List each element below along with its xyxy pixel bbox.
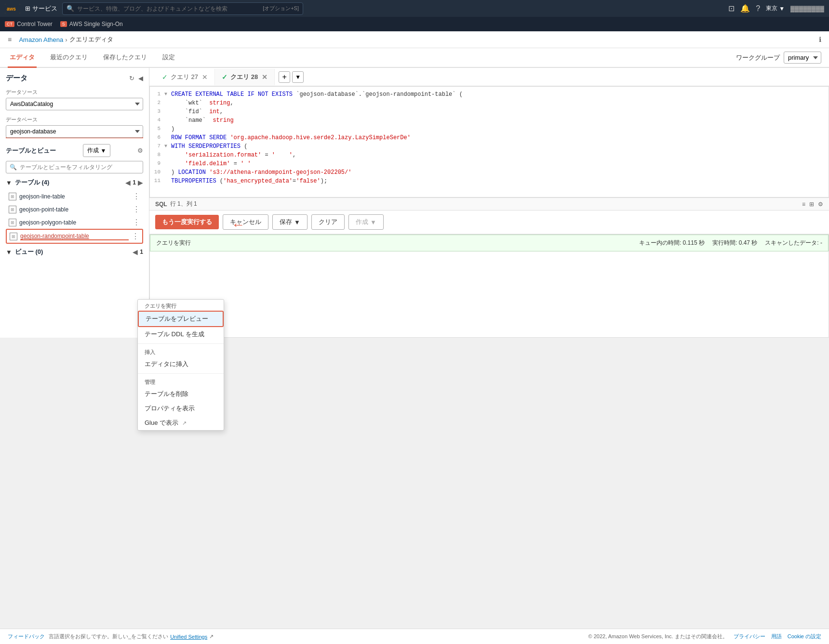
tab-chevron-button[interactable]: ▼ [292,71,304,83]
help-icon[interactable]: ? [756,4,760,13]
run-again-button[interactable]: もう一度実行する [155,215,219,229]
search-input[interactable] [77,5,260,12]
table-name: geojson-polygon-table [19,219,130,226]
database-select[interactable]: geojson-database [6,125,143,138]
table-icon: ⊞ [9,219,16,226]
tables-section-label: テーブル (4) [15,178,50,187]
bell-icon[interactable]: 🔔 [740,4,750,13]
table-menu-icon[interactable]: ⋮ [132,232,139,241]
settings-icon[interactable]: ⚙ [137,147,143,154]
query-tab-28[interactable]: ✓ クエリ 28 ✕ [215,69,275,85]
create-button[interactable]: 作成 ▼ [348,214,384,230]
code-line: 5 ) [150,125,829,134]
ctx-delete-table[interactable]: テーブルを削除 [138,387,224,401]
info-icon[interactable]: ℹ [819,36,821,43]
code-line: 7 ▼ WITH SERDEPROPERTIES ( [150,143,829,151]
table-row[interactable]: ⊞ geojson-line-table ⋮ [6,190,143,203]
cookies-link[interactable]: Cookie の設定 [788,633,821,640]
save-button[interactable]: 保存 ▼ [272,214,308,230]
aws-logo[interactable]: aws [5,4,20,13]
next-page-button[interactable]: ▶ [138,179,143,186]
ctx-insert-to-editor[interactable]: エディタに挿入 [138,357,224,371]
table-menu-icon[interactable]: ⋮ [133,192,140,201]
table-row[interactable]: ⊞ geojson-point-table ⋮ [6,203,143,216]
sql-status-bar: SQL 行 1、列 1 ≡ ⊞ ⚙ [149,197,829,210]
editor-status-icons: ≡ ⊞ ⚙ [802,201,823,208]
tables-pagination: ◀ 1 ▶ [125,179,143,186]
add-query-tab-button[interactable]: + [279,71,290,83]
main-tabs-bar: エディタ 最近のクエリ 保存したクエリ 設定 ワークグループ primary [0,48,829,68]
tab-28-close-icon[interactable]: ✕ [262,73,267,81]
format-icon[interactable]: ≡ [802,201,805,208]
table-icon: ⊞ [9,193,16,200]
services-menu[interactable]: ⊞ サービス [25,4,57,13]
tab-editor-label: エディタ [10,53,35,61]
breadcrumb-home[interactable]: Amazon Athena [19,36,63,43]
unified-settings-link[interactable]: Unified Settings [170,634,207,640]
ctx-show-glue[interactable]: Glue で表示 ↗ [138,416,224,430]
control-tower-icon: CT [5,21,14,27]
arrow-indicator: ← [231,217,245,233]
tab-settings-label: 設定 [162,53,175,61]
datasource-select[interactable]: AwsDataCatalog [6,98,143,110]
tab-27-close-icon[interactable]: ✕ [202,73,208,81]
tab-check-icon-28: ✓ [222,73,227,81]
glue-label: Glue で表示 [145,419,178,426]
tables-views-header: テーブルとビュー 作成 ▼ ⚙ [6,144,143,157]
tab-settings[interactable]: 設定 [160,48,177,68]
feedback-link[interactable]: フィードバック [8,633,45,640]
datasource-label: データソース [6,89,143,96]
tab-recent-queries[interactable]: 最近のクエリ [48,48,90,68]
control-tower-nav[interactable]: CT Control Tower [5,21,53,27]
queue-time: キュー内の時間: 0.115 秒 [639,239,705,247]
tables-toggle-icon[interactable]: ▼ [6,179,12,186]
table-menu-icon[interactable]: ⋮ [133,205,140,214]
create-table-button[interactable]: 作成 ▼ [83,144,111,157]
table-menu-icon[interactable]: ⋮ [133,218,140,227]
user-account[interactable]: ▓▓▓▓▓▓▓▓ [790,5,824,12]
prev-page-button[interactable]: ◀ [125,179,131,186]
table-row-highlighted[interactable]: ⊞ geojson-randompoint-table ⋮ [6,229,143,244]
refresh-icon[interactable]: ↻ [129,75,134,82]
clear-button[interactable]: クリア [311,214,345,230]
terms-link[interactable]: 用語 [771,633,782,640]
code-editor[interactable]: 1 ▼ CREATE EXTERNAL TABLE IF NOT EXISTS … [149,86,829,197]
collapse-icon[interactable]: ◀ [138,75,143,82]
table-row[interactable]: ⊞ geojson-polygon-table ⋮ [6,216,143,229]
workgroup-area: ワークグループ primary [736,52,821,64]
workgroup-select[interactable]: primary [784,52,821,64]
sso-nav[interactable]: S AWS Single Sign-On [60,21,123,27]
footer-unified: 言語選択をお探しですか。新しい_をご覧ください Unified Settings… [49,633,214,640]
footer-lang-text: 言語選択をお探しですか。新しい_をご覧ください [49,633,168,640]
filter-input[interactable] [6,161,143,173]
privacy-link[interactable]: プライバシー [734,633,765,640]
sso-label: AWS Single Sign-On [69,21,123,27]
table-icon[interactable]: ⊞ [809,201,814,208]
ctx-show-properties[interactable]: プロパティを表示 [138,401,224,416]
main-wrapper: ≡ Amazon Athena › クエリエディタ ℹ エディタ 最近のクエリ … [0,31,829,629]
table-icon: ⊞ [9,206,16,213]
footer-left: フィードバック 言語選択をお探しですか。新しい_をご覧ください Unified … [8,633,214,640]
code-line: 4 `name` string [150,117,829,125]
global-search-bar[interactable]: 🔍 [オプション+S] [62,2,303,15]
workgroup-label: ワークグループ [736,53,780,62]
settings-status-icon[interactable]: ⚙ [818,201,823,208]
second-navigation: CT Control Tower S AWS Single Sign-On [0,17,829,31]
query-tab-27[interactable]: ✓ クエリ 27 ✕ [155,69,215,85]
tab-editor[interactable]: エディタ [8,48,37,68]
views-prev-page[interactable]: ◀ [133,248,138,256]
region-selector[interactable]: 東京 ▼ [766,4,785,13]
tab-saved-label: 保存したクエリ [103,53,147,61]
breadcrumb-bar: ≡ Amazon Athena › クエリエディタ ℹ [0,31,829,48]
views-toggle-icon[interactable]: ▼ [6,249,12,256]
ctx-generate-ddl[interactable]: テーブル DDL を生成 [138,327,224,342]
cancel-button[interactable]: キャンセル [223,214,268,230]
ctx-preview-table[interactable]: テーブルをプレビュー [138,311,224,327]
tab-saved-queries[interactable]: 保存したクエリ [101,48,149,68]
panel-header: データ ↻ ◀ [6,74,143,83]
query-tab-27-label: クエリ 27 [171,73,198,81]
svg-text:aws: aws [7,6,16,12]
square-icon[interactable]: ⊡ [728,4,735,13]
code-line: 1 ▼ CREATE EXTERNAL TABLE IF NOT EXISTS … [150,91,829,99]
sidebar-toggle-icon[interactable]: ≡ [8,36,12,43]
